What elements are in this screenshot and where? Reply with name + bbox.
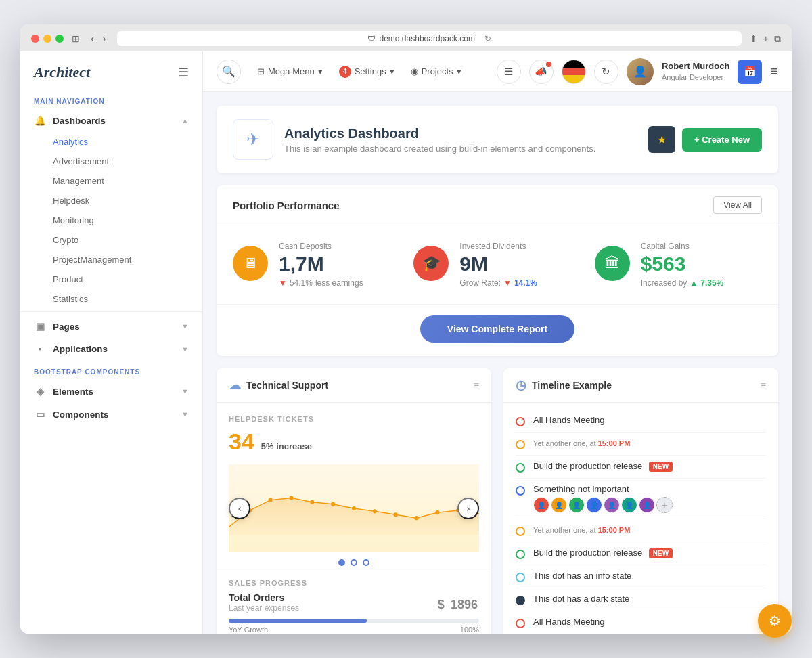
language-button[interactable] [562,60,586,84]
carousel-next-button[interactable]: › [457,498,479,519]
tech-support-header: ☁ Technical Support ≡ [217,368,491,403]
chart-dot [269,498,273,502]
calendar-button[interactable]: 📅 [738,60,762,84]
timeline-item-1: All Hands Meeting [516,410,766,433]
carousel-dot-3[interactable] [363,559,369,566]
timeline-content-6: Build the production release NEW [533,548,766,558]
logo-text: Architect [34,64,90,81]
projects-button[interactable]: ◉ Projects ▾ [405,64,467,79]
capital-icon: 🏛 [595,246,630,281]
user-name: Robert Murdoch [662,61,729,72]
page-header: ✈ Analytics Dashboard This is an example… [217,106,778,173]
view-report-button[interactable]: View Complete Report [420,315,574,343]
sidebar-item-product[interactable]: Product [20,269,202,289]
timeline-content-8: This dot has a dark state [533,594,766,604]
address-bar[interactable]: 🛡 demo.dashboardpack.com ↻ [117,31,742,46]
capital-details: Capital Gains $563 Increased by ▲ 7.35% [641,242,724,288]
sidebar-item-analytics[interactable]: Analytics [20,132,202,152]
sidebar-item-applications[interactable]: ▪ Applications ▼ [20,338,202,360]
sidebar-item-statistics[interactable]: Statistics [20,289,202,309]
menu-icon-button[interactable]: ☰ [497,60,521,84]
new-badge-2: NEW [649,548,673,558]
stat-invested: 🎓 Invested Dividents 9M Grow Rate: ▼ 14.… [413,242,581,288]
tabs-button[interactable]: ⊞ [72,33,80,44]
chevron-up-icon: ▲ [181,116,189,125]
timeline-item-3: Build the production release NEW [516,456,766,479]
sidebar-item-pages[interactable]: ▣ Pages ▼ [20,315,202,338]
avatar[interactable]: 👤 [627,58,654,85]
close-dot[interactable] [31,35,39,43]
carousel-prev-button[interactable]: ‹ [229,498,250,519]
megaphone-button[interactable]: 📣 [529,60,554,84]
timeline-dot-red-2 [516,619,525,628]
sidebar-item-crypto[interactable]: Crypto [20,230,202,250]
chevron-down-settings-icon: ▾ [390,66,394,76]
reload-icon[interactable]: ↻ [484,34,491,43]
up-arrow-icon: ▲ [690,278,698,288]
new-tab-icon[interactable]: + [763,33,769,44]
gear-icon: ⚙ [769,613,781,629]
refresh-button[interactable]: ↻ [594,60,618,84]
settings-button[interactable]: 4 Settings ▾ [334,63,400,81]
maximize-dot[interactable] [55,35,64,43]
timeline-item-7: This dot has an info state [516,565,766,588]
sidebar-item-dashboards[interactable]: 🔔 Dashboards ▲ [20,109,202,132]
invested-sub: Grow Rate: ▼ 14.1% [459,278,537,288]
sidebar-item-management[interactable]: Management [20,171,202,191]
sidebar-item-project-management[interactable]: ProjectManagement [20,250,202,269]
back-button[interactable]: ‹ [88,31,97,46]
mini-avatar-4: 👤 [586,497,602,513]
mini-avatar-1: 👤 [533,497,549,513]
bootstrap-label: BOOTSTRAP COMPONENTS [20,360,202,380]
page-content: ✈ Analytics Dashboard This is an example… [203,92,792,634]
sidebar-item-helpdesk[interactable]: Helpdesk [20,191,202,211]
portfolio-title: Portfolio Performance [233,200,340,211]
view-all-button[interactable]: View All [713,196,762,214]
create-new-button[interactable]: + Create New [682,128,762,152]
fab-settings-button[interactable]: ⚙ [758,604,792,638]
invested-pct: 14.1% [514,278,537,288]
card-menu-icon[interactable]: ≡ [474,380,479,391]
mega-menu-button[interactable]: ⊞ Mega Menu ▾ [252,64,328,79]
mini-avatar-plus[interactable]: + [656,497,673,513]
pct-value: 5% [261,441,274,452]
new-badge-1: NEW [649,462,673,472]
invested-label: Invested Dividents [459,242,537,251]
chart-dot [414,516,418,520]
pages-icon: ▣ [34,321,46,332]
pct-label: 5% increase [261,441,312,452]
timeline-menu-icon[interactable]: ≡ [761,380,766,391]
sidebar-item-elements[interactable]: ◈ Elements ▼ [20,380,202,403]
chart-dot [352,506,356,510]
capital-pct: 7.35% [700,278,723,288]
search-button[interactable]: 🔍 [217,60,241,84]
mega-menu-label: Mega Menu [268,66,315,76]
projects-icon: ◉ [411,66,418,76]
timeline-content-9: All Hands Meeting [533,617,766,627]
forward-button[interactable]: › [99,31,108,46]
split-view-icon[interactable]: ⧉ [774,33,781,45]
down-arrow2-icon: ▼ [503,278,512,288]
share-icon[interactable]: ⬆ [750,33,758,44]
sidebar-logo-area: Architect ☰ [20,51,202,89]
sidebar-item-advertisement[interactable]: Advertisement [20,152,202,171]
hamburger-icon[interactable]: ☰ [178,65,189,80]
sidebar-item-components[interactable]: ▭ Components ▼ [20,403,202,426]
invested-details: Invested Dividents 9M Grow Rate: ▼ 14.1% [459,242,537,288]
chart-area: HELPDESK TICKETS 34 5% increase ‹ [217,403,491,569]
carousel-dot-1[interactable] [338,559,345,566]
timeline-item-8: This dot has a dark state [516,588,766,611]
timeline-list: All Hands Meeting Yet another one, at 15… [503,403,778,634]
topbar-menu-button[interactable]: ≡ [770,64,778,79]
sidebar-elements-label: Elements [53,387,93,397]
sidebar-item-monitoring[interactable]: Monitoring [20,211,202,230]
timeline-card: ◷ Timeline Example ≡ All Hands Meeting [503,368,778,634]
minimize-dot[interactable] [43,35,51,43]
settings-badge: 4 [339,66,351,78]
star-button[interactable]: ★ [648,126,675,153]
chart-dot [310,500,314,504]
user-info: Robert Murdoch Angular Developer [662,61,729,82]
carousel-dot-2[interactable] [351,559,357,566]
timeline-dot-red-1 [516,417,525,426]
progress-label-left: YoY Growth [229,626,268,634]
